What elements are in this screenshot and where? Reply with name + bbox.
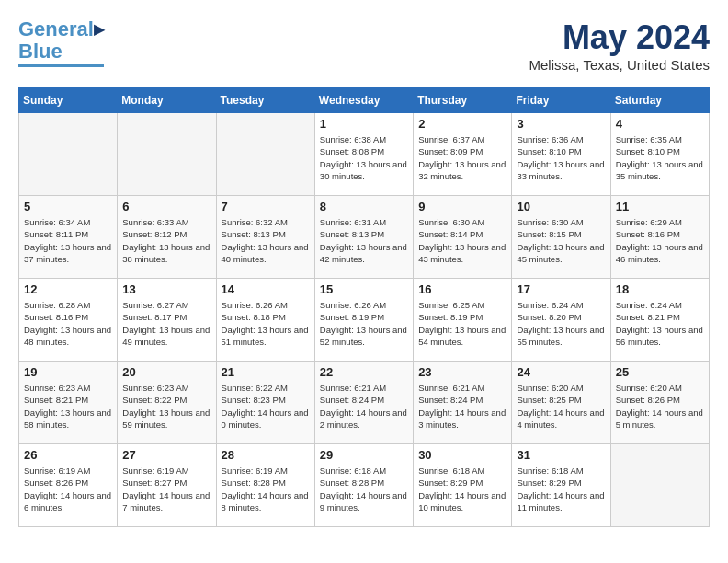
day-detail: Sunrise: 6:31 AMSunset: 8:13 PMDaylight:…: [320, 216, 408, 265]
day-detail: Sunrise: 6:24 AMSunset: 8:20 PMDaylight:…: [517, 299, 605, 348]
day-detail: Sunrise: 6:19 AMSunset: 8:27 PMDaylight:…: [122, 465, 210, 513]
day-detail: Sunrise: 6:28 AMSunset: 8:16 PMDaylight:…: [24, 299, 112, 348]
day-number: 30: [418, 448, 506, 462]
day-detail: Sunrise: 6:34 AMSunset: 8:11 PMDaylight:…: [24, 216, 112, 265]
calendar-cell: 10Sunrise: 6:30 AMSunset: 8:15 PMDayligh…: [512, 196, 610, 279]
day-number: 22: [320, 365, 408, 379]
day-detail: Sunrise: 6:33 AMSunset: 8:12 PMDaylight:…: [122, 216, 210, 265]
day-number: 9: [418, 200, 506, 213]
calendar-week-5: 26Sunrise: 6:19 AMSunset: 8:26 PMDayligh…: [19, 444, 710, 527]
calendar-cell: 8Sunrise: 6:31 AMSunset: 8:13 PMDaylight…: [314, 196, 413, 279]
day-detail: Sunrise: 6:23 AMSunset: 8:22 PMDaylight:…: [122, 382, 210, 431]
day-number: 14: [222, 282, 310, 296]
day-number: 28: [222, 448, 310, 462]
logo: General▸ Blue: [18, 18, 104, 67]
calendar-cell: 9Sunrise: 6:30 AMSunset: 8:14 PMDaylight…: [414, 196, 512, 279]
calendar-cell: [118, 113, 216, 196]
day-number: 26: [24, 448, 112, 462]
day-number: 19: [24, 365, 112, 379]
calendar-table: SundayMondayTuesdayWednesdayThursdayFrid…: [18, 87, 710, 527]
logo-underline: [18, 64, 104, 67]
day-number: 6: [122, 200, 210, 213]
day-number: 25: [616, 365, 704, 379]
calendar-cell: 2Sunrise: 6:37 AMSunset: 8:09 PMDaylight…: [414, 113, 512, 196]
calendar-cell: 12Sunrise: 6:28 AMSunset: 8:16 PMDayligh…: [19, 279, 118, 362]
calendar-cell: 26Sunrise: 6:19 AMSunset: 8:26 PMDayligh…: [19, 444, 118, 527]
month-title: May 2024: [529, 18, 710, 57]
day-number: 31: [517, 448, 605, 462]
calendar-cell: 29Sunrise: 6:18 AMSunset: 8:28 PMDayligh…: [314, 444, 413, 527]
calendar-cell: 13Sunrise: 6:27 AMSunset: 8:17 PMDayligh…: [118, 279, 216, 362]
weekday-header-friday: Friday: [512, 88, 610, 113]
calendar-cell: 24Sunrise: 6:20 AMSunset: 8:25 PMDayligh…: [512, 362, 610, 444]
day-number: 17: [517, 282, 605, 296]
weekday-header-monday: Monday: [118, 88, 216, 113]
day-number: 11: [616, 200, 704, 213]
day-detail: Sunrise: 6:22 AMSunset: 8:23 PMDaylight:…: [222, 382, 310, 431]
day-number: 24: [517, 365, 605, 379]
day-detail: Sunrise: 6:38 AMSunset: 8:08 PMDaylight:…: [320, 133, 408, 182]
calendar-cell: 19Sunrise: 6:23 AMSunset: 8:21 PMDayligh…: [19, 362, 118, 444]
day-detail: Sunrise: 6:21 AMSunset: 8:24 PMDaylight:…: [320, 382, 408, 431]
calendar-cell: 21Sunrise: 6:22 AMSunset: 8:23 PMDayligh…: [216, 362, 314, 444]
calendar-cell: 14Sunrise: 6:26 AMSunset: 8:18 PMDayligh…: [216, 279, 314, 362]
calendar-cell: 6Sunrise: 6:33 AMSunset: 8:12 PMDaylight…: [118, 196, 216, 279]
calendar-cell: 3Sunrise: 6:36 AMSunset: 8:10 PMDaylight…: [512, 113, 610, 196]
day-number: 1: [320, 117, 408, 131]
calendar-cell: 7Sunrise: 6:32 AMSunset: 8:13 PMDaylight…: [216, 196, 314, 279]
page-header: General▸ Blue May 2024 Melissa, Texas, U…: [18, 18, 710, 73]
logo-general: General: [18, 17, 94, 40]
day-detail: Sunrise: 6:37 AMSunset: 8:09 PMDaylight:…: [418, 133, 506, 182]
calendar-cell: 30Sunrise: 6:18 AMSunset: 8:29 PMDayligh…: [414, 444, 512, 527]
calendar-cell: 28Sunrise: 6:19 AMSunset: 8:28 PMDayligh…: [216, 444, 314, 527]
day-number: 21: [222, 365, 310, 379]
calendar-cell: 31Sunrise: 6:18 AMSunset: 8:29 PMDayligh…: [512, 444, 610, 527]
day-number: 12: [24, 282, 112, 296]
day-detail: Sunrise: 6:18 AMSunset: 8:29 PMDaylight:…: [418, 465, 506, 513]
calendar-week-4: 19Sunrise: 6:23 AMSunset: 8:21 PMDayligh…: [19, 362, 710, 444]
day-detail: Sunrise: 6:29 AMSunset: 8:16 PMDaylight:…: [616, 216, 704, 265]
calendar-cell: [610, 444, 709, 527]
day-detail: Sunrise: 6:30 AMSunset: 8:15 PMDaylight:…: [517, 216, 605, 265]
logo-blue: Blue: [18, 40, 63, 63]
day-detail: Sunrise: 6:19 AMSunset: 8:28 PMDaylight:…: [222, 465, 310, 513]
calendar-cell: 27Sunrise: 6:19 AMSunset: 8:27 PMDayligh…: [118, 444, 216, 527]
day-detail: Sunrise: 6:26 AMSunset: 8:19 PMDaylight:…: [320, 299, 408, 348]
calendar-week-3: 12Sunrise: 6:28 AMSunset: 8:16 PMDayligh…: [19, 279, 710, 362]
weekday-header-wednesday: Wednesday: [314, 88, 413, 113]
title-block: May 2024 Melissa, Texas, United States: [529, 18, 710, 73]
weekday-header-sunday: Sunday: [19, 88, 118, 113]
day-number: 7: [222, 200, 310, 213]
weekday-header-row: SundayMondayTuesdayWednesdayThursdayFrid…: [19, 88, 710, 113]
day-number: 16: [418, 282, 506, 296]
calendar-cell: 22Sunrise: 6:21 AMSunset: 8:24 PMDayligh…: [314, 362, 413, 444]
day-detail: Sunrise: 6:35 AMSunset: 8:10 PMDaylight:…: [616, 133, 704, 182]
weekday-header-thursday: Thursday: [414, 88, 512, 113]
weekday-header-tuesday: Tuesday: [216, 88, 314, 113]
day-number: 29: [320, 448, 408, 462]
day-number: 3: [517, 117, 605, 131]
calendar-cell: 23Sunrise: 6:21 AMSunset: 8:24 PMDayligh…: [414, 362, 512, 444]
day-detail: Sunrise: 6:19 AMSunset: 8:26 PMDaylight:…: [24, 465, 112, 513]
day-number: 2: [418, 117, 506, 131]
day-detail: Sunrise: 6:18 AMSunset: 8:29 PMDaylight:…: [517, 465, 605, 513]
weekday-header-saturday: Saturday: [610, 88, 709, 113]
day-detail: Sunrise: 6:24 AMSunset: 8:21 PMDaylight:…: [616, 299, 704, 348]
logo-text: General▸ Blue: [18, 18, 104, 63]
day-number: 5: [24, 200, 112, 213]
day-number: 10: [517, 200, 605, 213]
day-detail: Sunrise: 6:20 AMSunset: 8:26 PMDaylight:…: [616, 382, 704, 431]
calendar-cell: 1Sunrise: 6:38 AMSunset: 8:08 PMDaylight…: [314, 113, 413, 196]
calendar-cell: 11Sunrise: 6:29 AMSunset: 8:16 PMDayligh…: [610, 196, 709, 279]
day-number: 18: [616, 282, 704, 296]
calendar-cell: [216, 113, 314, 196]
day-detail: Sunrise: 6:23 AMSunset: 8:21 PMDaylight:…: [24, 382, 112, 431]
calendar-cell: 20Sunrise: 6:23 AMSunset: 8:22 PMDayligh…: [118, 362, 216, 444]
day-detail: Sunrise: 6:27 AMSunset: 8:17 PMDaylight:…: [122, 299, 210, 348]
day-number: 27: [122, 448, 210, 462]
calendar-week-1: 1Sunrise: 6:38 AMSunset: 8:08 PMDaylight…: [19, 113, 710, 196]
calendar-cell: 17Sunrise: 6:24 AMSunset: 8:20 PMDayligh…: [512, 279, 610, 362]
calendar-week-2: 5Sunrise: 6:34 AMSunset: 8:11 PMDaylight…: [19, 196, 710, 279]
calendar-cell: 5Sunrise: 6:34 AMSunset: 8:11 PMDaylight…: [19, 196, 118, 279]
day-number: 13: [122, 282, 210, 296]
